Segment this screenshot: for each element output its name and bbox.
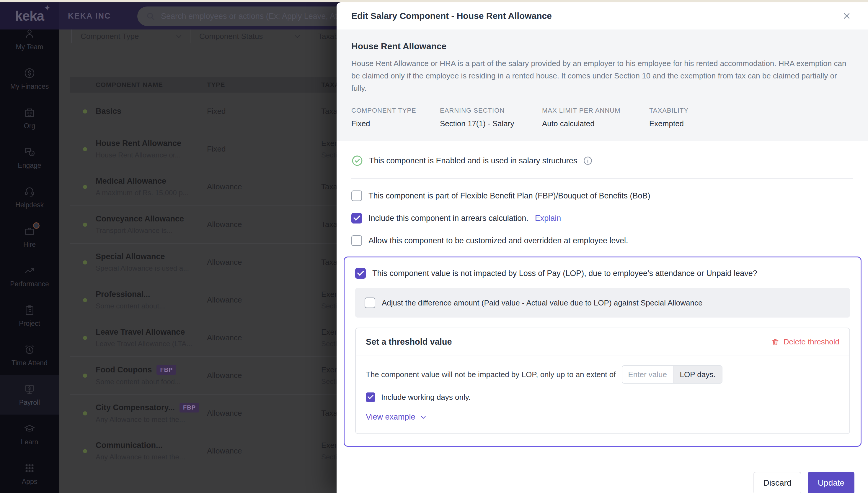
project-icon: [24, 304, 36, 316]
status-dot: [83, 373, 87, 378]
component-name-cell: Leave Travel AllowanceLeave Travel Allow…: [96, 327, 205, 348]
component-type-cell: Fixed: [207, 145, 226, 154]
component-name-cell: Basics: [96, 107, 205, 116]
adjust-checkbox[interactable]: [365, 298, 375, 308]
explain-link[interactable]: Explain: [535, 214, 561, 223]
team-icon: [24, 29, 36, 40]
threshold-value-input[interactable]: [622, 366, 673, 383]
apps-icon: [24, 462, 36, 474]
status-dot: [83, 260, 87, 264]
component-type-cell: Allowance: [207, 371, 242, 380]
org-icon: [24, 107, 36, 119]
sidebar-item-time-attend[interactable]: Time Attend: [0, 336, 59, 375]
hire-icon: [24, 225, 36, 237]
component-desc: Some content about...: [96, 302, 205, 310]
component-name-cell: Food CouponsFBPSome content about food..…: [96, 365, 205, 386]
fbp-badge: FBP: [180, 403, 199, 412]
adjust-difference-row: Adjust the difference amount (Paid value…: [355, 288, 850, 318]
component-name-cell: Medical AllowanceA maximum of Rs. 15,000…: [96, 177, 205, 197]
delete-threshold-button[interactable]: Delete threshold: [771, 337, 840, 346]
lop-option-row: This component value is not impacted by …: [355, 268, 850, 279]
helpdesk-icon: [24, 186, 36, 197]
component-type-cell: Allowance: [207, 220, 242, 229]
component-title: House Rent Allowance: [351, 41, 853, 51]
lop-panel: This component value is not impacted by …: [344, 257, 862, 447]
threshold-title: Set a threshold value: [366, 337, 452, 347]
threshold-sentence-row: The component value will not be impacted…: [366, 365, 840, 384]
threshold-box: Set a threshold value Delete threshold T…: [355, 327, 850, 434]
edit-salary-component-modal: Edit Salary Component - House Rent Allow…: [337, 2, 868, 493]
chevron-down-icon: [420, 413, 427, 421]
divider: [351, 178, 853, 179]
sidebar-item-payroll[interactable]: Payroll: [0, 375, 59, 414]
component-desc: Some content about food...: [96, 378, 205, 386]
component-type-cell: Allowance: [207, 333, 242, 342]
component-name-cell: City Compensatory...FBPAny Allowance to …: [96, 403, 205, 424]
status-dot: [83, 298, 87, 302]
trash-icon: [771, 338, 780, 346]
time-attend-icon: [24, 344, 36, 356]
component-desc: Transport Allowance is...: [96, 227, 205, 235]
keka-logo: keka✦: [15, 8, 44, 24]
summary-max-limit: MAX LIMIT PER ANNUM Auto calculated: [542, 107, 636, 128]
component-desc: Special Allowance is used a...: [96, 264, 205, 273]
sidebar-item-apps[interactable]: Apps: [0, 454, 59, 493]
sidebar-item-learn[interactable]: Learn: [0, 414, 59, 454]
status-dot: [83, 411, 87, 415]
arrears-checkbox[interactable]: [351, 213, 362, 223]
threshold-header: Set a threshold value Delete threshold: [356, 328, 849, 356]
logo-block[interactable]: keka✦: [0, 2, 59, 29]
engage-icon: [24, 146, 36, 158]
payroll-icon: [24, 383, 36, 395]
check-circle-icon: [351, 155, 363, 167]
sidebar-item-my-team[interactable]: My Team: [0, 29, 59, 59]
sidebar-item-my-finances[interactable]: My Finances: [0, 59, 59, 99]
component-type-cell: Allowance: [207, 446, 242, 455]
chevron-down-icon: [176, 33, 181, 38]
component-type-filter[interactable]: Component Type: [72, 29, 189, 43]
finances-icon: [24, 67, 36, 79]
performance-icon: [24, 265, 36, 277]
lop-days-addon: LOP days.: [673, 366, 722, 383]
lop-checkbox[interactable]: [355, 268, 366, 279]
sidebar-item-performance[interactable]: Performance: [0, 257, 59, 296]
sidebar-item-hire[interactable]: Hire: [0, 217, 59, 257]
info-icon[interactable]: [583, 156, 592, 166]
update-button[interactable]: Update: [808, 472, 854, 493]
component-desc: House Rent Allowance or...: [96, 151, 205, 159]
company-name: KEKA INC: [68, 2, 111, 29]
fbp-checkbox[interactable]: [351, 191, 362, 201]
chevron-down-icon: [295, 33, 300, 38]
component-status-filter[interactable]: Component Status: [190, 29, 307, 43]
status-dot: [83, 222, 87, 227]
sidebar-nav: My Team My Finances Org Engage Helpdesk …: [0, 29, 59, 493]
sidebar-item-engage[interactable]: Engage: [0, 138, 59, 177]
component-type-cell: Allowance: [207, 182, 242, 191]
status-dot: [83, 147, 87, 151]
modal-footer: Discard Update: [337, 461, 868, 493]
include-working-days-checkbox[interactable]: [366, 392, 375, 402]
hire-notification-badge: [33, 222, 40, 229]
arrears-option-row: Include this component in arrears calcul…: [351, 213, 853, 223]
sidebar-item-project[interactable]: Project: [0, 296, 59, 336]
component-name-cell: Conveyance AllowanceTransport Allowance …: [96, 214, 205, 235]
component-type-cell: Allowance: [207, 409, 242, 418]
status-dot: [83, 185, 87, 189]
status-dot: [83, 336, 87, 340]
customize-checkbox[interactable]: [351, 235, 362, 246]
logo-spark-icon: ✦: [44, 4, 50, 12]
close-icon: [842, 12, 851, 20]
sidebar-item-helpdesk[interactable]: Helpdesk: [0, 177, 59, 217]
view-example-link[interactable]: View example: [366, 412, 840, 422]
component-description: House Rent Allowance or HRA is a part of…: [351, 57, 853, 94]
search-icon: [146, 12, 155, 21]
status-dot: [83, 449, 87, 453]
close-button[interactable]: [840, 9, 853, 22]
top-edge-strip: [0, 0, 868, 2]
component-summary: COMPONENT TYPE Fixed EARNING SECTION Sec…: [351, 107, 853, 128]
discard-button[interactable]: Discard: [753, 472, 801, 493]
component-desc: Leave Travel Allowance (LTA...: [96, 340, 205, 348]
enabled-status-text: This component is Enabled and is used in…: [369, 156, 577, 166]
include-working-days-row: Include working days only.: [366, 392, 840, 402]
sidebar-item-org[interactable]: Org: [0, 99, 59, 138]
